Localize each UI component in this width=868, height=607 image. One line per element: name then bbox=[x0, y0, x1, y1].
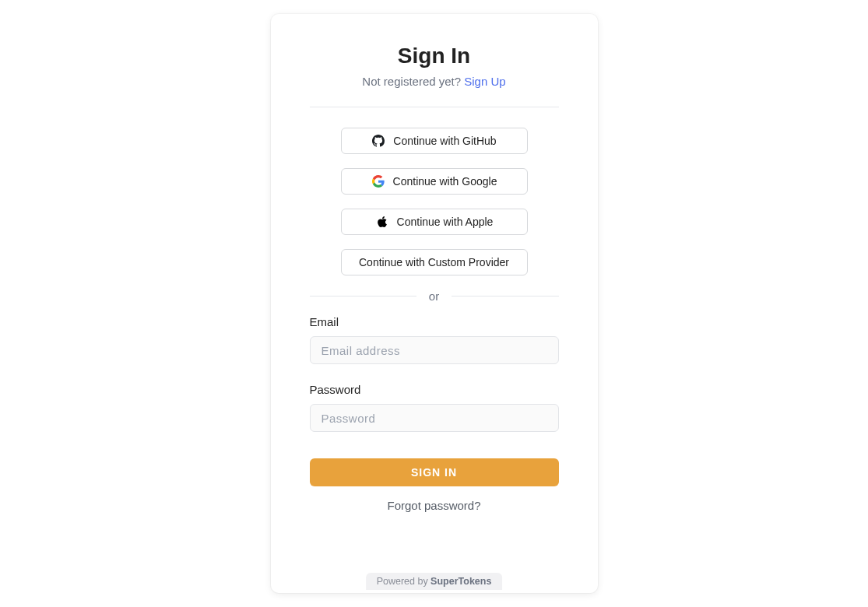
or-text: or bbox=[429, 289, 439, 303]
google-button-label: Continue with Google bbox=[393, 175, 497, 188]
or-divider: or bbox=[310, 289, 559, 303]
continue-apple-button[interactable]: Continue with Apple bbox=[341, 209, 528, 235]
subtitle: Not registered yet? Sign Up bbox=[362, 75, 505, 88]
signin-card: Sign In Not registered yet? Sign Up Cont… bbox=[271, 14, 598, 593]
password-input[interactable] bbox=[310, 404, 559, 432]
divider-line bbox=[452, 296, 558, 296]
email-label: Email bbox=[310, 315, 559, 328]
email-group: Email bbox=[310, 315, 559, 364]
signin-button[interactable]: SIGN IN bbox=[310, 458, 559, 486]
custom-button-label: Continue with Custom Provider bbox=[359, 256, 509, 268]
page-title: Sign In bbox=[398, 44, 470, 68]
apple-button-label: Continue with Apple bbox=[397, 216, 494, 228]
github-icon bbox=[371, 134, 385, 148]
continue-google-button[interactable]: Continue with Google bbox=[341, 168, 528, 195]
subtitle-text: Not registered yet? bbox=[362, 75, 464, 88]
password-label: Password bbox=[310, 383, 559, 396]
google-icon bbox=[371, 174, 385, 188]
email-input[interactable] bbox=[310, 336, 559, 364]
divider-line bbox=[310, 296, 416, 296]
continue-custom-button[interactable]: Continue with Custom Provider bbox=[341, 249, 528, 275]
apple-icon bbox=[375, 215, 389, 229]
github-button-label: Continue with GitHub bbox=[393, 135, 496, 147]
password-group: Password bbox=[310, 383, 559, 432]
powered-by-brand: SuperTokens bbox=[430, 576, 491, 587]
powered-by-text: Powered by bbox=[377, 576, 430, 587]
powered-by-badge: Powered by SuperTokens bbox=[366, 573, 503, 590]
signup-link[interactable]: Sign Up bbox=[464, 75, 505, 88]
divider bbox=[310, 107, 559, 107]
continue-github-button[interactable]: Continue with GitHub bbox=[341, 128, 528, 154]
forgot-password-link[interactable]: Forgot password? bbox=[387, 499, 480, 512]
